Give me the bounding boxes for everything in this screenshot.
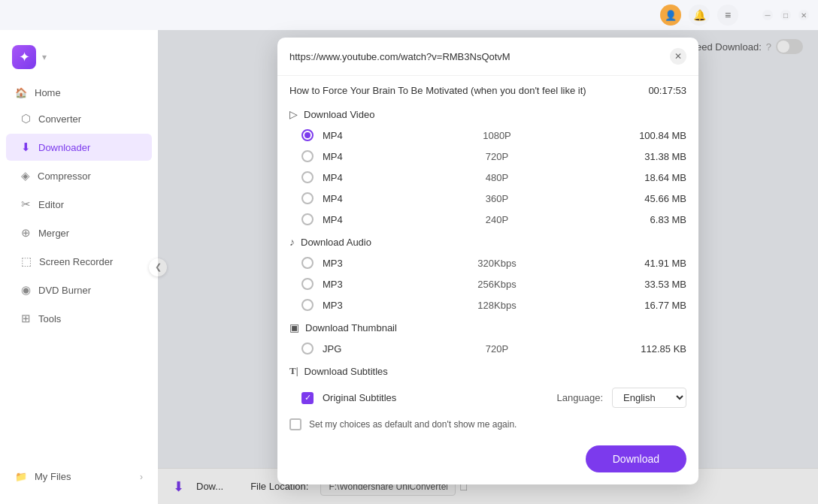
sidebar-item-home[interactable]: 🏠 Home <box>0 81 158 104</box>
format-size-3: 45.66 MB <box>619 193 686 204</box>
format-size-1: 31.38 MB <box>619 151 686 162</box>
format-size-4: 6.83 MB <box>619 214 686 225</box>
format-row-mp3-128[interactable]: MP3 128Kbps 16.77 MB <box>277 294 698 315</box>
radio-mp4-480p[interactable] <box>301 171 314 183</box>
video-section-icon: ▷ <box>289 108 298 120</box>
subtitles-section-header: T| Download Subtitles <box>277 359 698 382</box>
maximize-button[interactable]: □ <box>780 10 791 20</box>
original-subtitles-label: Original Subtitles <box>323 392 548 403</box>
sidebar-item-dvd-burner[interactable]: ◉ DVD Burner <box>6 276 152 303</box>
format-row-mp3-320[interactable]: MP3 320Kbps 41.91 MB <box>277 252 698 273</box>
format-row-mp4-1080p[interactable]: MP4 1080P 100.84 MB <box>277 125 698 146</box>
converter-icon: ⬡ <box>21 112 31 125</box>
sidebar-item-editor[interactable]: ✂ Editor <box>6 191 152 218</box>
format-size-0: 100.84 MB <box>619 130 686 141</box>
downloader-label: Downloader <box>38 142 90 153</box>
notifications-button[interactable]: 🔔 <box>689 5 710 26</box>
title-bar: 👤 🔔 ≡ ─ □ ✕ <box>0 0 818 30</box>
audio-size-0: 41.91 MB <box>619 258 686 269</box>
sidebar-item-tools[interactable]: ⊞ Tools <box>6 305 152 332</box>
home-label: Home <box>35 87 61 98</box>
url-bar: ✕ <box>277 38 698 76</box>
subtitles-section-icon: T| <box>289 365 298 377</box>
audio-size-1: 33.53 MB <box>619 279 686 290</box>
menu-button[interactable]: ≡ <box>717 5 738 26</box>
video-section-label: Download Video <box>304 109 374 120</box>
checkmark-icon: ✓ <box>304 393 311 403</box>
format-row-mp4-480p[interactable]: MP4 480P 18.64 MB <box>277 167 698 188</box>
radio-mp3-320[interactable] <box>301 257 314 269</box>
hamburger-icon: ≡ <box>725 9 731 21</box>
radio-jpg-720p[interactable] <box>301 343 314 355</box>
default-label: Set my choices as default and don't show… <box>309 419 517 430</box>
sidebar-item-screen-recorder[interactable]: ⬚ Screen Recorder <box>6 248 152 275</box>
editor-icon: ✂ <box>21 198 31 211</box>
screen-recorder-icon: ⬚ <box>21 255 32 268</box>
radio-mp3-128[interactable] <box>301 299 314 311</box>
thumb-quality-0: 720P <box>375 343 619 355</box>
merger-icon: ⊕ <box>21 226 31 240</box>
my-files-icon: 📁 <box>15 471 27 482</box>
original-subtitles-checkbox[interactable]: ✓ <box>301 392 314 404</box>
format-type-1: MP4 <box>323 151 375 162</box>
main-content: High Speed Download: ? ⬇ Dow... File Loc… <box>158 30 818 504</box>
default-checkbox-row: Set my choices as default and don't show… <box>277 414 698 436</box>
compressor-icon: ◈ <box>21 169 30 183</box>
download-options-modal: ✕ How to Force Your Brain To Be Motivate… <box>277 38 698 484</box>
audio-quality-0: 320Kbps <box>375 258 619 269</box>
close-icon: ✕ <box>674 51 682 62</box>
format-size-2: 18.64 MB <box>619 172 686 183</box>
radio-mp4-720p[interactable] <box>301 150 314 162</box>
sidebar-item-merger[interactable]: ⊕ Merger <box>6 219 152 246</box>
home-icon: 🏠 <box>15 87 27 98</box>
format-type-2: MP4 <box>323 172 375 183</box>
sidebar-item-my-files[interactable]: 📁 My Files › <box>6 464 152 489</box>
screen-recorder-label: Screen Recorder <box>39 256 113 267</box>
thumb-size-0: 112.85 KB <box>619 343 686 355</box>
tools-label: Tools <box>38 313 61 324</box>
merger-label: Merger <box>38 228 69 239</box>
language-select[interactable]: English Spanish French German Chinese Ja… <box>612 388 686 408</box>
close-button[interactable]: ✕ <box>798 10 809 20</box>
thumbnail-section-header: ▣ Download Thumbnail <box>277 315 698 338</box>
url-input[interactable] <box>289 51 662 62</box>
dvd-burner-icon: ◉ <box>21 283 31 297</box>
logo-icon: ✦ <box>12 45 36 69</box>
modal-overlay: ✕ How to Force Your Brain To Be Motivate… <box>158 30 818 504</box>
download-button[interactable]: Download <box>586 445 686 472</box>
thumbnail-section-icon: ▣ <box>289 321 299 333</box>
minimize-button[interactable]: ─ <box>762 10 773 20</box>
sidebar-item-converter[interactable]: ⬡ Converter <box>6 105 152 132</box>
format-row-mp3-256[interactable]: MP3 256Kbps 33.53 MB <box>277 273 698 294</box>
audio-type-2: MP3 <box>323 300 375 311</box>
default-checkbox[interactable] <box>289 418 301 430</box>
dvd-burner-label: DVD Burner <box>38 285 91 296</box>
audio-size-2: 16.77 MB <box>619 300 686 311</box>
converter-label: Converter <box>38 113 81 125</box>
format-quality-0: 1080P <box>375 130 619 141</box>
radio-mp4-1080p[interactable] <box>301 129 314 141</box>
video-title: How to Force Your Brain To Be Motivated … <box>289 85 648 96</box>
radio-mp4-360p[interactable] <box>301 192 314 204</box>
format-row-mp4-360p[interactable]: MP4 360P 45.66 MB <box>277 188 698 209</box>
format-row-mp4-240p[interactable]: MP4 240P 6.83 MB <box>277 209 698 230</box>
radio-mp3-256[interactable] <box>301 278 314 290</box>
radio-mp4-240p[interactable] <box>301 213 314 225</box>
language-label: Language: <box>557 392 603 403</box>
format-row-mp4-720p[interactable]: MP4 720P 31.38 MB <box>277 146 698 167</box>
my-files-label: My Files <box>35 471 71 482</box>
format-type-0: MP4 <box>323 130 375 141</box>
editor-label: Editor <box>38 199 64 210</box>
downloader-icon: ⬇ <box>21 140 31 154</box>
modal-close-button[interactable]: ✕ <box>670 48 686 65</box>
format-row-jpg-720p[interactable]: JPG 720P 112.85 KB <box>277 338 698 359</box>
sidebar-item-compressor[interactable]: ◈ Compressor <box>6 162 152 189</box>
sidebar-item-downloader[interactable]: ⬇ Downloader <box>6 134 152 161</box>
format-quality-4: 240P <box>375 214 619 225</box>
user-avatar[interactable]: 👤 <box>660 5 681 26</box>
audio-quality-1: 256Kbps <box>375 279 619 290</box>
audio-type-1: MP3 <box>323 279 375 290</box>
sidebar-logo[interactable]: ✦ ▾ <box>0 39 158 81</box>
logo-dropdown: ▾ <box>42 52 47 62</box>
audio-quality-2: 128Kbps <box>375 300 619 311</box>
